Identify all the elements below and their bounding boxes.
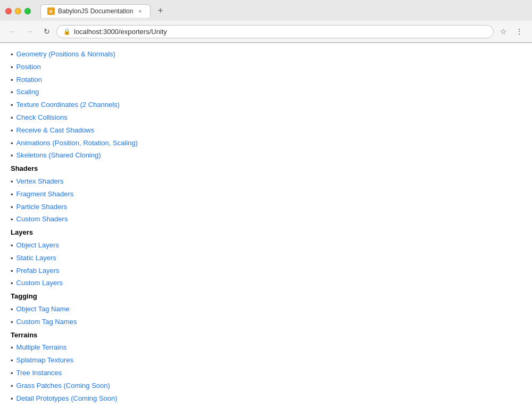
section-header-text: Layers bbox=[11, 227, 521, 238]
bullet-point: • bbox=[11, 189, 13, 201]
item-link[interactable]: Vertex Shaders bbox=[16, 176, 64, 187]
list-item: •Fragment Shaders bbox=[11, 188, 521, 201]
bullet-point: • bbox=[11, 151, 13, 162]
bullet-point: • bbox=[11, 343, 13, 354]
item-link[interactable]: Object Layers bbox=[16, 240, 59, 251]
item-link[interactable]: Static Layers bbox=[16, 253, 56, 264]
content-list: •Geometry (Positions & Normals)•Position… bbox=[11, 48, 521, 406]
bullet-point: • bbox=[11, 87, 13, 98]
bullet-point: • bbox=[11, 368, 13, 379]
list-item: •Particle Shaders bbox=[11, 201, 521, 214]
list-item: •Check Collisions bbox=[11, 112, 521, 125]
close-button[interactable] bbox=[5, 8, 12, 14]
bullet-point: • bbox=[11, 138, 13, 150]
bullet-point: • bbox=[11, 278, 13, 289]
list-item: •Texture Coordinates (2 Channels) bbox=[11, 99, 521, 112]
maximize-button[interactable] bbox=[24, 8, 31, 14]
section-header-text: Shaders bbox=[11, 163, 521, 175]
item-link[interactable]: Rotation bbox=[16, 74, 42, 86]
bullet-point: • bbox=[11, 241, 13, 252]
menu-button[interactable]: ⋮ bbox=[512, 24, 527, 39]
list-item: •Scaling bbox=[11, 86, 521, 99]
bullet-point: • bbox=[11, 202, 13, 213]
item-link[interactable]: Detail Prototypes (Coming Soon) bbox=[16, 393, 118, 404]
bullet-point: • bbox=[11, 304, 13, 316]
bullet-point: • bbox=[11, 62, 13, 73]
back-button[interactable]: ← bbox=[5, 24, 20, 39]
minimize-button[interactable] bbox=[15, 8, 21, 14]
list-item: •Tree Instances bbox=[11, 367, 521, 380]
title-bar: B BabylonJS Documentation × + bbox=[0, 0, 532, 21]
bullet-point: • bbox=[11, 113, 13, 124]
bullet-point: • bbox=[11, 126, 13, 137]
item-link[interactable]: Custom Tag Names bbox=[16, 317, 77, 328]
list-item: •Custom Tag Names bbox=[11, 316, 521, 329]
item-link[interactable]: Tree Instances bbox=[16, 368, 62, 379]
bullet-point: • bbox=[11, 75, 13, 86]
section-header: Shaders bbox=[11, 163, 521, 175]
nav-bar: ← → ↻ 🔒 localhost:3000/exporters/Unity ☆… bbox=[0, 21, 532, 43]
tab-title: BabylonJS Documentation bbox=[58, 7, 133, 15]
list-item: •Splatmap Textures bbox=[11, 354, 521, 367]
item-link[interactable]: Scaling bbox=[16, 87, 39, 98]
forward-button[interactable]: → bbox=[22, 24, 37, 39]
bullet-point: • bbox=[11, 317, 13, 328]
item-link[interactable]: Custom Layers bbox=[16, 278, 63, 289]
item-link[interactable]: Custom Shaders bbox=[16, 214, 68, 225]
item-link[interactable]: Receive & Cast Shadows bbox=[16, 125, 95, 136]
bullet-point: • bbox=[11, 266, 13, 277]
list-item: •Custom Shaders bbox=[11, 213, 521, 226]
bullet-point: • bbox=[11, 49, 13, 61]
list-item: •Object Layers bbox=[11, 239, 521, 252]
list-item: •Receive & Cast Shadows bbox=[11, 125, 521, 137]
list-item: •Static Layers bbox=[11, 252, 521, 265]
new-tab-button[interactable]: + bbox=[153, 5, 168, 18]
bullet-point: • bbox=[11, 381, 13, 392]
browser-chrome: B BabylonJS Documentation × + ← → ↻ 🔒 lo… bbox=[0, 0, 532, 43]
bullet-point: • bbox=[11, 100, 13, 111]
list-item: •Grass Patches (Coming Soon) bbox=[11, 380, 521, 393]
page-content: •Geometry (Positions & Normals)•Position… bbox=[0, 43, 532, 406]
item-link[interactable]: Grass Patches (Coming Soon) bbox=[16, 380, 110, 392]
item-link[interactable]: Multiple Terrains bbox=[16, 342, 66, 353]
item-link[interactable]: Skeletons (Shared Cloning) bbox=[16, 150, 101, 161]
tab-close-button[interactable]: × bbox=[136, 7, 144, 15]
section-header: Tagging bbox=[11, 291, 521, 302]
item-link[interactable]: Texture Coordinates (2 Channels) bbox=[16, 100, 120, 111]
lock-icon: 🔒 bbox=[63, 28, 71, 35]
item-link[interactable]: Prefab Layers bbox=[16, 266, 60, 277]
section-header-text: Terrains bbox=[11, 330, 521, 341]
list-item: •Skeletons (Shared Cloning) bbox=[11, 150, 521, 162]
window-controls bbox=[5, 8, 31, 14]
list-item: •Multiple Terrains bbox=[11, 342, 521, 354]
refresh-button[interactable]: ↻ bbox=[39, 24, 54, 39]
section-header: Layers bbox=[11, 227, 521, 238]
address-bar[interactable]: 🔒 localhost:3000/exporters/Unity bbox=[56, 25, 494, 38]
list-item: •Animations (Position, Rotation, Scaling… bbox=[11, 137, 521, 150]
item-link[interactable]: Position bbox=[16, 62, 41, 73]
item-link[interactable]: Splatmap Textures bbox=[16, 355, 73, 366]
item-link[interactable]: Particle Shaders bbox=[16, 202, 67, 213]
bullet-point: • bbox=[11, 355, 13, 367]
item-link[interactable]: Geometry (Positions & Normals) bbox=[16, 49, 115, 60]
bullet-point: • bbox=[11, 253, 13, 264]
tab-bar: B BabylonJS Documentation × + bbox=[40, 4, 168, 18]
item-link[interactable]: Fragment Shaders bbox=[16, 189, 74, 200]
bullet-point: • bbox=[11, 394, 13, 405]
list-item: •Geometry (Positions & Normals) bbox=[11, 48, 521, 61]
url-text: localhost:3000/exporters/Unity bbox=[74, 28, 487, 36]
section-header: Terrains bbox=[11, 330, 521, 341]
list-item: •Prefab Layers bbox=[11, 265, 521, 278]
bullet-point: • bbox=[11, 214, 13, 226]
item-link[interactable]: Check Collisions bbox=[16, 112, 68, 123]
bookmark-button[interactable]: ☆ bbox=[496, 24, 511, 39]
bullet-point: • bbox=[11, 177, 13, 188]
list-item: •Object Tag Name bbox=[11, 303, 521, 316]
item-link[interactable]: Animations (Position, Rotation, Scaling) bbox=[16, 138, 138, 149]
nav-right-buttons: ☆ ⋮ bbox=[496, 24, 527, 39]
active-tab[interactable]: B BabylonJS Documentation × bbox=[40, 4, 151, 18]
list-item: •Custom Layers bbox=[11, 277, 521, 290]
list-item: •Position bbox=[11, 61, 521, 74]
item-link[interactable]: Object Tag Name bbox=[16, 304, 70, 315]
tab-favicon: B bbox=[47, 7, 55, 15]
